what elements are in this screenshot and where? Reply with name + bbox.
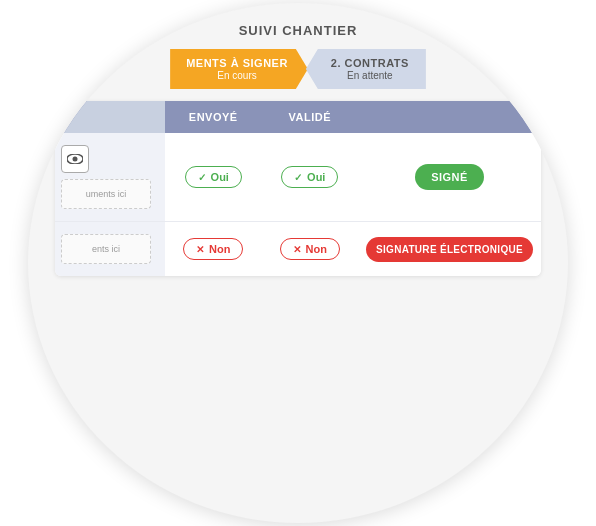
table-row: ents ici ✕ Non ✕ xyxy=(55,222,541,277)
row2-envoye-cell: ✕ Non xyxy=(165,222,262,277)
col-header-valide: VALIDÉ xyxy=(262,101,359,133)
main-container: SUIVI CHANTIER MENTS À SIGNER En cours 2… xyxy=(28,3,568,523)
row2-meta-cell: ents ici xyxy=(55,222,165,277)
row2-valide-pill[interactable]: ✕ Non xyxy=(280,238,340,260)
row2-doc-label: ents ici xyxy=(88,244,124,254)
step1-label: MENTS À SIGNER xyxy=(186,57,288,69)
check-icon: ✓ xyxy=(198,172,206,183)
col-header-envoye: ENVOYÉ xyxy=(165,101,262,133)
row1-envoye-label: Oui xyxy=(211,171,229,183)
row2-doc-placeholder[interactable]: ents ici xyxy=(61,234,151,264)
row1-meta-cell: uments ici xyxy=(55,133,165,222)
row1-envoye-pill[interactable]: ✓ Oui xyxy=(185,166,242,188)
cross-icon: ✕ xyxy=(196,244,204,255)
row2-valide-label: Non xyxy=(306,243,327,255)
row1-action-cell: SIGNÉ xyxy=(358,133,541,222)
steps-row: MENTS À SIGNER En cours 2. CONTRATS En a… xyxy=(130,49,466,89)
col-header-action xyxy=(358,101,541,133)
row1-eye-cell: uments ici xyxy=(61,145,159,209)
data-table: ENVOYÉ VALIDÉ xyxy=(55,101,541,276)
page-title: SUIVI CHANTIER xyxy=(239,23,358,38)
row2-action-cell: SIGNATURE ÉLECTRONIQUE xyxy=(358,222,541,277)
table-row: uments ici ✓ Oui ✓ xyxy=(55,133,541,222)
col-header-empty xyxy=(55,101,165,133)
signe-button[interactable]: SIGNÉ xyxy=(415,164,484,190)
eye-button[interactable] xyxy=(61,145,89,173)
title-bar: SUIVI CHANTIER xyxy=(28,3,568,49)
step2-label: 2. CONTRATS xyxy=(331,57,409,69)
row1-valide-label: Oui xyxy=(307,171,325,183)
row2-eye-cell: ents ici xyxy=(61,234,159,264)
eye-icon xyxy=(67,154,83,164)
step2-sub: En attente xyxy=(347,70,393,81)
row1-doc-placeholder[interactable]: uments ici xyxy=(61,179,151,209)
table-header-row: ENVOYÉ VALIDÉ xyxy=(55,101,541,133)
step-active[interactable]: MENTS À SIGNER En cours xyxy=(170,49,308,89)
row1-doc-label: uments ici xyxy=(82,189,131,199)
svg-point-1 xyxy=(73,157,78,162)
electronic-signature-button[interactable]: SIGNATURE ÉLECTRONIQUE xyxy=(366,237,533,262)
row1-envoye-cell: ✓ Oui xyxy=(165,133,262,222)
row2-valide-cell: ✕ Non xyxy=(262,222,359,277)
row1-valide-pill[interactable]: ✓ Oui xyxy=(281,166,338,188)
row2-envoye-label: Non xyxy=(209,243,230,255)
step-inactive[interactable]: 2. CONTRATS En attente xyxy=(306,49,426,89)
row1-valide-cell: ✓ Oui xyxy=(262,133,359,222)
row2-envoye-pill[interactable]: ✕ Non xyxy=(183,238,243,260)
check-icon: ✓ xyxy=(294,172,302,183)
step1-sub: En cours xyxy=(217,70,256,81)
cross-icon: ✕ xyxy=(293,244,301,255)
data-table-wrapper: ENVOYÉ VALIDÉ xyxy=(55,101,541,276)
